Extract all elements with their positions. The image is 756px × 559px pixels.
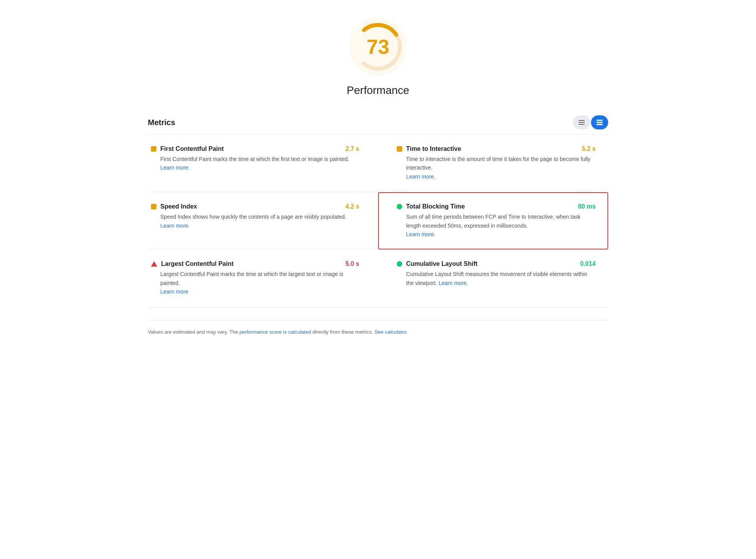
tti-value: 5.2 s (582, 145, 596, 152)
metric-cls: Cumulative Layout Shift 0.014 Cumulative… (378, 249, 608, 307)
tbt-learn-more[interactable]: Learn more (406, 231, 434, 237)
svg-rect-8 (596, 124, 603, 125)
svg-rect-5 (579, 124, 585, 125)
cls-value: 0.014 (580, 260, 596, 267)
tbt-desc: Sum of all time periods between FCP and … (397, 212, 596, 239)
cls-icon (397, 261, 402, 267)
si-learn-more[interactable]: Learn more (160, 223, 188, 229)
lcp-value: 5.0 s (345, 260, 359, 267)
metric-fcp: First Contentful Paint 2.7 s First Conte… (148, 134, 378, 192)
tti-name: Time to Interactive (406, 145, 461, 152)
perf-score-link[interactable]: performance score is calculated (240, 329, 311, 335)
metric-tbt-header: Total Blocking Time 80 ms (397, 203, 596, 210)
svg-rect-4 (579, 122, 585, 123)
svg-rect-3 (579, 120, 585, 121)
fcp-desc: First Contentful Paint marks the time at… (151, 155, 359, 172)
metrics-header: Metrics (148, 109, 608, 134)
score-circle: 73 (347, 16, 409, 78)
fcp-icon (151, 146, 156, 152)
metric-tbt: Total Blocking Time 80 ms Sum of all tim… (378, 192, 608, 249)
tti-learn-more[interactable]: Learn more (406, 173, 434, 180)
calculator-link[interactable]: See calculator. (374, 329, 408, 335)
si-name: Speed Index (160, 203, 197, 210)
detail-view-button[interactable] (591, 115, 608, 129)
metric-si-header: Speed Index 4.2 s (151, 203, 359, 210)
svg-rect-7 (596, 122, 603, 123)
view-toggle (573, 115, 608, 129)
list-view-button[interactable] (573, 115, 590, 129)
list-icon (578, 119, 585, 126)
lcp-desc: Largest Contentful Paint marks the time … (151, 270, 359, 296)
cls-name: Cumulative Layout Shift (406, 260, 477, 267)
lcp-icon (151, 261, 157, 267)
tti-icon (397, 146, 402, 152)
si-value: 4.2 s (345, 203, 359, 210)
metric-lcp: Largest Contentful Paint 5.0 s Largest C… (148, 249, 378, 307)
tbt-value: 80 ms (578, 203, 596, 210)
metrics-title: Metrics (148, 118, 175, 127)
tti-desc: Time to interactive is the amount of tim… (397, 155, 596, 181)
metric-tti-header: Time to Interactive 5.2 s (397, 145, 596, 152)
lcp-name: Largest Contentful Paint (161, 260, 234, 267)
si-icon (151, 204, 156, 209)
cls-learn-more[interactable]: Learn more (438, 280, 467, 286)
detail-icon (596, 119, 603, 126)
si-desc: Speed Index shows how quickly the conten… (151, 212, 359, 230)
tbt-icon (397, 204, 402, 209)
cls-desc: Cumulative Layout Shift measures the mov… (397, 270, 596, 287)
fcp-learn-more[interactable]: Learn more (160, 165, 188, 171)
tbt-name: Total Blocking Time (406, 203, 465, 210)
metric-tti: Time to Interactive 5.2 s Time to intera… (378, 134, 608, 192)
metric-si: Speed Index 4.2 s Speed Index shows how … (148, 192, 378, 249)
score-section: 73 Performance (148, 16, 608, 97)
fcp-value: 2.7 s (345, 145, 359, 152)
metrics-grid: First Contentful Paint 2.7 s First Conte… (148, 134, 608, 308)
svg-rect-6 (596, 120, 603, 121)
fcp-name: First Contentful Paint (160, 145, 224, 152)
metric-cls-header: Cumulative Layout Shift 0.014 (397, 260, 596, 267)
metric-fcp-header: First Contentful Paint 2.7 s (151, 145, 359, 152)
footer-note: Values are estimated and may vary. The p… (148, 320, 608, 336)
score-value: 73 (367, 35, 389, 58)
metric-lcp-header: Largest Contentful Paint 5.0 s (151, 260, 359, 267)
lcp-learn-more[interactable]: Learn more (160, 288, 188, 295)
